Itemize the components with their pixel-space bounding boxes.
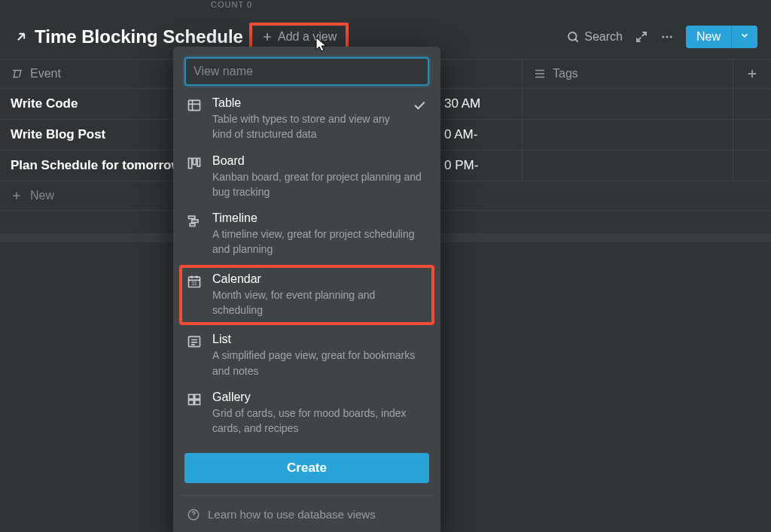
tags-property-icon [533,67,547,81]
option-title: Timeline [212,211,427,225]
check-icon [412,98,427,142]
option-title: Gallery [212,391,427,404]
svg-point-0 [568,32,577,41]
new-row-label: New [30,189,54,202]
svg-point-3 [670,36,672,38]
view-option-table[interactable]: TableTable with types to store and view … [181,90,433,148]
new-button-group: New [686,26,757,48]
title-wrap: Time Blocking Schedule [14,26,243,47]
calendar-icon: 31 [187,274,203,318]
gallery-icon [187,392,203,436]
add-column-button[interactable] [733,59,771,88]
option-body: CalendarMonth view, for event planning a… [212,272,427,318]
database-title[interactable]: Time Blocking Schedule [35,26,243,47]
timeline-icon [187,213,203,257]
title-property-icon [11,67,24,81]
view-option-list[interactable]: ListA simplified page view, great for bo… [181,327,433,385]
svg-point-2 [666,36,668,38]
cell-spacer [733,89,771,119]
option-body: TimelineA timeline view, great for proje… [212,211,427,257]
open-as-page-icon[interactable] [14,29,29,44]
option-title: Table [212,96,403,110]
svg-rect-5 [189,158,192,168]
option-title: List [212,333,427,346]
view-option-calendar[interactable]: 31CalendarMonth view, for event planning… [179,265,434,326]
cursor-icon [315,36,328,53]
expand-icon[interactable] [635,30,648,44]
add-view-popover: TableTable with types to store and view … [173,47,440,532]
table-icon [187,98,203,142]
search-icon [566,30,580,44]
view-option-board[interactable]: BoardKanban board, great for project pla… [181,148,433,206]
list-icon [187,334,203,378]
option-body: BoardKanban board, great for project pla… [212,154,427,200]
count-fragment: COUNT 0 [211,0,252,9]
option-desc: A timeline view, great for project sched… [212,226,427,257]
header-actions: Search New [566,26,757,48]
option-desc: Table with types to store and view any k… [212,111,403,142]
svg-rect-15 [195,394,200,399]
plus-icon [11,190,23,202]
column-header-tags-label: Tags [553,67,578,81]
cell-tags[interactable] [523,150,733,181]
more-icon[interactable] [660,30,674,44]
option-title: Calendar [212,272,427,286]
option-desc: A simplified page view, great for bookma… [212,348,427,378]
option-body: GalleryGrid of cards, use for mood board… [212,391,427,436]
view-name-input[interactable] [184,57,429,86]
column-header-event-label: Event [30,67,61,81]
learn-link[interactable]: Learn how to use database views [181,495,433,521]
new-button[interactable]: New [686,26,731,48]
option-title: Board [212,154,427,168]
plus-icon [261,31,273,43]
option-desc: Grid of cards, use for mood boards, inde… [212,406,427,436]
svg-rect-10 [190,223,195,226]
create-view-button[interactable]: Create [184,453,429,483]
column-header-tags[interactable]: Tags [523,59,733,88]
cell-tags[interactable] [523,89,733,119]
svg-rect-6 [193,158,196,164]
view-option-timeline[interactable]: TimelineA timeline view, great for proje… [181,205,433,263]
svg-point-1 [662,36,664,38]
svg-text:31: 31 [191,281,197,286]
new-button-dropdown[interactable] [731,26,757,48]
cell-spacer [733,120,771,150]
search-label: Search [584,30,623,44]
svg-rect-4 [189,100,200,110]
learn-link-label: Learn how to use database views [208,508,376,521]
svg-rect-17 [195,400,200,405]
board-icon [187,156,203,200]
search-button[interactable]: Search [566,30,623,44]
cell-tags[interactable] [523,120,733,150]
option-body: ListA simplified page view, great for bo… [212,333,427,378]
option-body: TableTable with types to store and view … [212,96,403,142]
option-desc: Month view, for event planning and sched… [212,287,427,318]
view-option-gallery[interactable]: GalleryGrid of cards, use for mood board… [181,385,433,442]
help-icon [187,508,200,521]
cell-spacer [733,150,771,181]
option-desc: Kanban board, great for project planning… [212,169,427,200]
svg-rect-14 [189,394,194,399]
svg-rect-7 [197,158,200,166]
svg-rect-8 [189,216,195,218]
svg-rect-9 [192,220,198,222]
svg-rect-16 [189,400,194,405]
